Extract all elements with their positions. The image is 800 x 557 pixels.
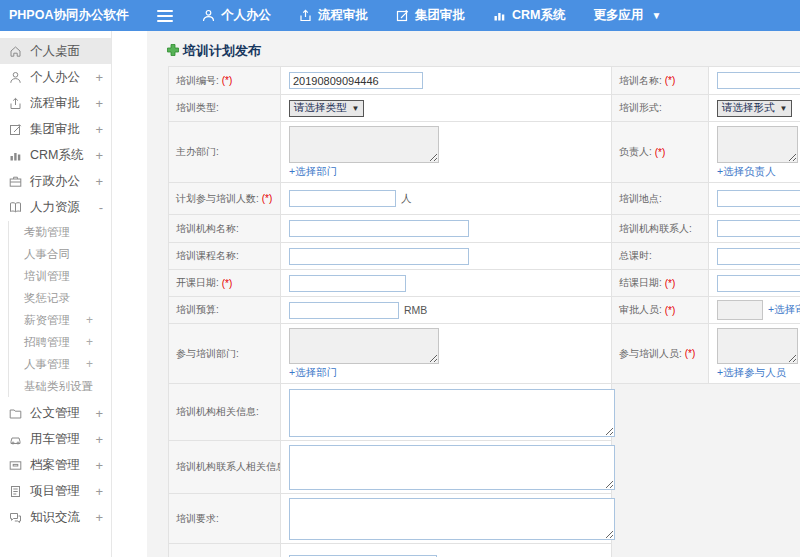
label-text: 培训机构名称: [176,222,239,236]
sidebar-item-project-mgmt[interactable]: 项目管理 + [0,478,111,504]
hamburger-menu-icon[interactable] [157,7,174,25]
expand-icon[interactable]: + [95,484,103,499]
select-department-link[interactable]: +选择部门 [289,165,337,179]
start-date-input[interactable] [289,275,406,292]
training-mode-select[interactable]: 请选择形式 ▼ [717,100,792,117]
sidebar-item-knowledge-exchange[interactable]: 知识交流 + [0,504,111,530]
expand-icon[interactable]: + [86,335,93,349]
field-label: 参与培训部门: [169,324,281,383]
training-name-input[interactable] [717,72,800,89]
sidebar-item-admin-office[interactable]: 行政办公 + [0,168,111,194]
sidebar-item-document-mgmt[interactable]: 公文管理 + [0,400,111,426]
field-label: 培训预算: [169,297,281,323]
sidebar-item-workflow-approval[interactable]: 流程审批 + [0,90,111,116]
sidebar-item-label: 集团审批 [30,121,80,138]
budget-input[interactable] [289,302,399,319]
expand-icon[interactable]: + [95,174,103,189]
sidebar-item-vehicle-mgmt[interactable]: 用车管理 + [0,426,111,452]
sidebar-item-label: 用车管理 [30,431,80,448]
sidebar-subitem-base-category[interactable]: 基础类别设置+ [9,375,111,397]
collapse-icon[interactable]: - [99,200,103,215]
sidebar-subitem-label: 奖惩记录 [24,291,70,306]
required-mark: (*) [685,348,696,359]
sidebar-item-archive-mgmt[interactable]: 档案管理 + [0,452,111,478]
org-contact-input[interactable] [717,220,800,237]
label-text: 培训名称: [619,74,662,88]
sidebar-subitem-training-mgmt[interactable]: 培训管理 [9,265,111,287]
training-form-right: 培训名称:(*) 培训形式: 请选择形式 ▼ 负责人:(*) +选择负责人 培训… [612,66,800,384]
join-department-textarea[interactable] [289,328,439,364]
org-contact-info-textarea[interactable] [289,445,615,490]
chat-bubbles-icon [9,510,23,524]
upload-box-icon [9,96,23,110]
sidebar-subitem-hr-contract[interactable]: 人事合同 [9,243,111,265]
training-code-input[interactable] [289,72,423,89]
label-text: 参与培训人员: [619,347,682,361]
nav-crm-system[interactable]: CRM系统 [493,7,565,24]
total-hours-input[interactable] [717,248,800,265]
expand-icon[interactable]: + [95,148,103,163]
field-label: 开课日期:(*) [169,270,281,296]
select-department-link[interactable]: +选择部门 [289,366,337,380]
expand-icon[interactable]: + [95,406,103,421]
field-label: 培训机构相关信息: [169,384,281,440]
expand-icon[interactable]: + [95,96,103,111]
expand-icon[interactable]: + [95,458,103,473]
expand-icon[interactable]: + [95,70,103,85]
end-date-input[interactable] [717,275,800,292]
label-text: 培训编号: [176,74,219,88]
join-people-textarea[interactable] [717,328,798,364]
required-mark: (*) [262,193,273,204]
archive-icon [9,458,23,472]
home-icon [9,44,23,58]
sidebar-subitem-salary-mgmt[interactable]: 薪资管理+ [9,309,111,331]
sidebar-subitem-label: 人事管理 [24,357,70,372]
sidebar-item-personal-office[interactable]: 个人办公 + [0,64,111,90]
training-type-select[interactable]: 请选择类型 ▼ [289,100,364,117]
org-name-input[interactable] [289,220,469,237]
sidebar-subitem-personnel-mgmt[interactable]: 人事管理+ [9,353,111,375]
sidebar-item-group-approval[interactable]: 集团审批 + [0,116,111,142]
edit-icon [9,122,23,136]
sidebar-item-personal-desktop[interactable]: 个人桌面 [0,38,111,64]
course-name-input[interactable] [289,248,469,265]
folder-icon [9,406,23,420]
field-label: 参与培训人员:(*) [612,324,709,383]
nav-personal-office[interactable]: 个人办公 [202,7,271,24]
sidebar-subitem-recruit-mgmt[interactable]: 招聘管理+ [9,331,111,353]
training-location-input[interactable] [717,190,800,207]
label-text: 培训地点: [619,192,662,206]
sidebar-subitem-reward-record[interactable]: 奖惩记录 [9,287,111,309]
sidebar-item-crm[interactable]: CRM系统 + [0,142,111,168]
expand-icon[interactable]: + [95,432,103,447]
sidebar-item-label: 流程审批 [30,95,80,112]
sidebar-item-hr[interactable]: 人力资源 - [0,194,111,220]
bar-chart-icon [493,9,506,22]
expand-icon[interactable]: + [95,122,103,137]
nav-workflow-approval[interactable]: 流程审批 [299,7,368,24]
caret-down-icon: ▼ [651,10,661,21]
expand-icon[interactable]: + [95,510,103,525]
unit-suffix: 人 [401,192,412,206]
field-label: 培训机构名称: [169,215,281,242]
nav-group-approval[interactable]: 集团审批 [396,7,465,24]
expand-icon[interactable]: + [86,357,93,371]
field-label: 结课日期:(*) [612,270,709,296]
edit-icon [396,9,409,22]
field-label: 培训形式: [612,95,709,121]
expand-icon[interactable]: + [86,313,93,327]
planned-count-input[interactable] [289,190,396,207]
nav-more-apps[interactable]: 更多应用 ▼ [593,7,661,24]
expand-icon[interactable]: + [86,379,93,393]
select-leader-link[interactable]: +选择负责人 [717,165,776,179]
org-info-textarea[interactable] [289,389,615,437]
approver-textarea[interactable] [717,300,763,320]
select-participants-link[interactable]: +选择参与人员 [717,366,786,380]
sidebar-item-label: 个人桌面 [30,43,80,60]
select-approver-link[interactable]: +选择审批人员 [768,303,800,317]
sidebar-subitem-attendance[interactable]: 考勤管理 [9,221,111,243]
leader-textarea[interactable] [717,126,798,163]
host-department-textarea[interactable] [289,126,439,163]
page-title: 培训计划发布 [167,42,261,60]
training-requirements-textarea[interactable] [289,498,615,540]
